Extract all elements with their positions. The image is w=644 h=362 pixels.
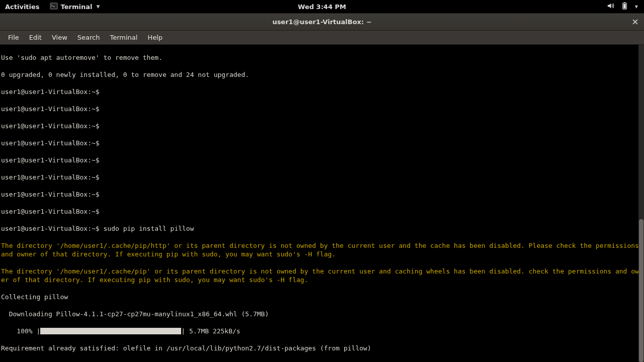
menu-file[interactable]: File [3,32,24,43]
scrollbar[interactable] [638,45,644,362]
terminal-icon [50,2,58,12]
terminal-output[interactable]: Use 'sudo apt autoremove' to remove them… [0,45,644,362]
menu-edit[interactable]: Edit [24,32,47,43]
prompt-line: user1@user1-VirtualBox:~$ [1,122,643,130]
prompt-line: user1@user1-VirtualBox:~$ [1,156,643,164]
menu-bar: File Edit View Search Terminal Help [0,31,644,45]
window-titlebar[interactable]: user1@user1-VirtualBox: ~ [0,14,644,31]
scrollbar-thumb[interactable] [639,219,643,362]
prompt-line: user1@user1-VirtualBox:~$ [1,139,643,147]
progress-line: 100% || 5.7MB 225kB/s [1,327,643,335]
output-line: Requirement already satisfied: olefile i… [1,344,643,352]
svg-rect-0 [50,3,57,9]
app-label: Terminal [61,3,93,11]
menu-help[interactable]: Help [142,32,168,43]
battery-icon[interactable] [621,2,628,11]
panel-clock[interactable]: Wed 3:44 PM [298,3,346,11]
prompt-line: user1@user1-VirtualBox:~$ [1,87,643,96]
gnome-panel: Activities Terminal ▼ Wed 3:44 PM ▼ [0,0,644,13]
output-line: Collecting pillow [1,293,643,301]
prompt-line: user1@user1-VirtualBox:~$ [1,105,643,113]
system-tray[interactable]: ▼ [601,2,644,11]
warning-line: The directory '/home/user1/.cache/pip/ht… [1,241,643,258]
prompt-line: user1@user1-VirtualBox:~$ [1,173,643,182]
close-button[interactable] [630,17,640,27]
output-line: Downloading Pillow-4.1.1-cp27-cp27mu-man… [1,310,643,318]
menu-search[interactable]: Search [72,32,105,43]
prompt-line: user1@user1-VirtualBox:~$ sudo pip insta… [1,224,643,233]
output-line: 0 upgraded, 0 newly installed, 0 to remo… [1,70,643,79]
terminal-window: user1@user1-VirtualBox: ~ File Edit View… [0,13,644,362]
svg-rect-2 [624,2,625,3]
prompt-line: user1@user1-VirtualBox:~$ [1,207,643,216]
menu-view[interactable]: View [47,32,72,43]
chevron-down-icon[interactable]: ▼ [635,5,638,9]
app-menu[interactable]: Terminal ▼ [45,2,105,12]
volume-icon[interactable] [607,2,614,11]
output-line: Use 'sudo apt autoremove' to remove them… [1,53,643,62]
warning-line: The directory '/home/user1/.cache/pip' o… [1,267,643,284]
menu-terminal[interactable]: Terminal [105,32,142,43]
activities-button[interactable]: Activities [0,3,45,11]
progress-bar-fill [40,328,181,334]
prompt-line: user1@user1-VirtualBox:~$ [1,190,643,199]
window-title: user1@user1-VirtualBox: ~ [272,18,371,26]
svg-rect-3 [623,4,626,9]
chevron-down-icon: ▼ [96,4,100,9]
